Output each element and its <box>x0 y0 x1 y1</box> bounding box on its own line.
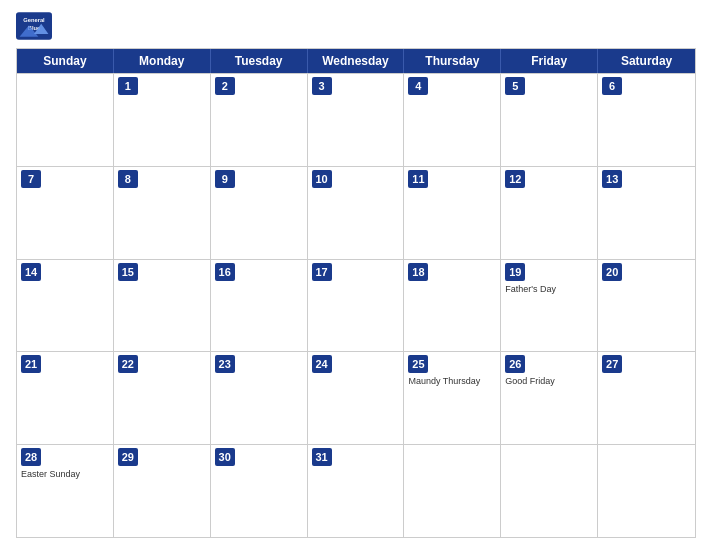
logo-icon: General Blue <box>16 12 52 40</box>
day-number: 29 <box>118 448 138 466</box>
calendar-cell: 22 <box>114 352 211 444</box>
calendar-cell: 26Good Friday <box>501 352 598 444</box>
calendar-cell: 15 <box>114 260 211 352</box>
day-number: 16 <box>215 263 235 281</box>
day-number: 31 <box>312 448 332 466</box>
calendar-cell: 6 <box>598 74 695 166</box>
day-number: 11 <box>408 170 428 188</box>
weekday-headers: SundayMondayTuesdayWednesdayThursdayFrid… <box>17 49 695 73</box>
day-number: 3 <box>312 77 332 95</box>
calendar-cell: 1 <box>114 74 211 166</box>
day-number: 20 <box>602 263 622 281</box>
day-number: 6 <box>602 77 622 95</box>
calendar-cell: 12 <box>501 167 598 259</box>
calendar-cell: 27 <box>598 352 695 444</box>
week-row-3: 2122232425Maundy Thursday26Good Friday27 <box>17 351 695 444</box>
weekday-header-wednesday: Wednesday <box>308 49 405 73</box>
day-number: 7 <box>21 170 41 188</box>
day-number: 28 <box>21 448 41 466</box>
day-number: 15 <box>118 263 138 281</box>
weekday-header-friday: Friday <box>501 49 598 73</box>
day-number: 4 <box>408 77 428 95</box>
calendar-cell: 17 <box>308 260 405 352</box>
svg-text:General: General <box>23 17 45 23</box>
calendar-cell: 3 <box>308 74 405 166</box>
week-row-0: 123456 <box>17 73 695 166</box>
calendar-cell: 29 <box>114 445 211 537</box>
weekday-header-tuesday: Tuesday <box>211 49 308 73</box>
header: General Blue <box>16 12 696 40</box>
week-row-2: 141516171819Father's Day20 <box>17 259 695 352</box>
calendar-cell: 19Father's Day <box>501 260 598 352</box>
day-number: 8 <box>118 170 138 188</box>
weekday-header-saturday: Saturday <box>598 49 695 73</box>
calendar-cell: 30 <box>211 445 308 537</box>
calendar-cell: 16 <box>211 260 308 352</box>
calendar-cell: 4 <box>404 74 501 166</box>
weekday-header-sunday: Sunday <box>17 49 114 73</box>
day-number: 10 <box>312 170 332 188</box>
week-row-1: 78910111213 <box>17 166 695 259</box>
calendar-event: Father's Day <box>505 284 593 295</box>
calendar-cell: 5 <box>501 74 598 166</box>
day-number: 1 <box>118 77 138 95</box>
calendar-cell: 24 <box>308 352 405 444</box>
calendar-cell <box>404 445 501 537</box>
calendar-cell: 8 <box>114 167 211 259</box>
calendar-cell: 11 <box>404 167 501 259</box>
calendar-page: General Blue SundayMondayTuesdayWednesda… <box>0 0 712 550</box>
calendar-cell: 14 <box>17 260 114 352</box>
calendar-cell <box>501 445 598 537</box>
calendar-cell: 7 <box>17 167 114 259</box>
day-number: 5 <box>505 77 525 95</box>
day-number: 13 <box>602 170 622 188</box>
day-number: 27 <box>602 355 622 373</box>
day-number: 2 <box>215 77 235 95</box>
calendar-cell: 21 <box>17 352 114 444</box>
weekday-header-monday: Monday <box>114 49 211 73</box>
calendar-weeks: 12345678910111213141516171819Father's Da… <box>17 73 695 537</box>
calendar-cell: 9 <box>211 167 308 259</box>
day-number: 30 <box>215 448 235 466</box>
day-number: 21 <box>21 355 41 373</box>
calendar-cell: 23 <box>211 352 308 444</box>
day-number: 12 <box>505 170 525 188</box>
calendar-cell: 20 <box>598 260 695 352</box>
calendar-cell <box>17 74 114 166</box>
calendar-cell: 25Maundy Thursday <box>404 352 501 444</box>
day-number: 26 <box>505 355 525 373</box>
calendar-event: Good Friday <box>505 376 593 387</box>
calendar-cell: 13 <box>598 167 695 259</box>
day-number: 17 <box>312 263 332 281</box>
logo: General Blue <box>16 12 52 40</box>
calendar-event: Easter Sunday <box>21 469 109 480</box>
calendar-cell: 10 <box>308 167 405 259</box>
weekday-header-thursday: Thursday <box>404 49 501 73</box>
calendar-grid: SundayMondayTuesdayWednesdayThursdayFrid… <box>16 48 696 538</box>
day-number: 14 <box>21 263 41 281</box>
day-number: 22 <box>118 355 138 373</box>
day-number: 25 <box>408 355 428 373</box>
day-number: 18 <box>408 263 428 281</box>
calendar-cell: 2 <box>211 74 308 166</box>
week-row-4: 28Easter Sunday293031 <box>17 444 695 537</box>
calendar-cell: 18 <box>404 260 501 352</box>
calendar-event: Maundy Thursday <box>408 376 496 387</box>
calendar-cell <box>598 445 695 537</box>
day-number: 19 <box>505 263 525 281</box>
calendar-cell: 28Easter Sunday <box>17 445 114 537</box>
day-number: 23 <box>215 355 235 373</box>
day-number: 24 <box>312 355 332 373</box>
calendar-cell: 31 <box>308 445 405 537</box>
day-number: 9 <box>215 170 235 188</box>
